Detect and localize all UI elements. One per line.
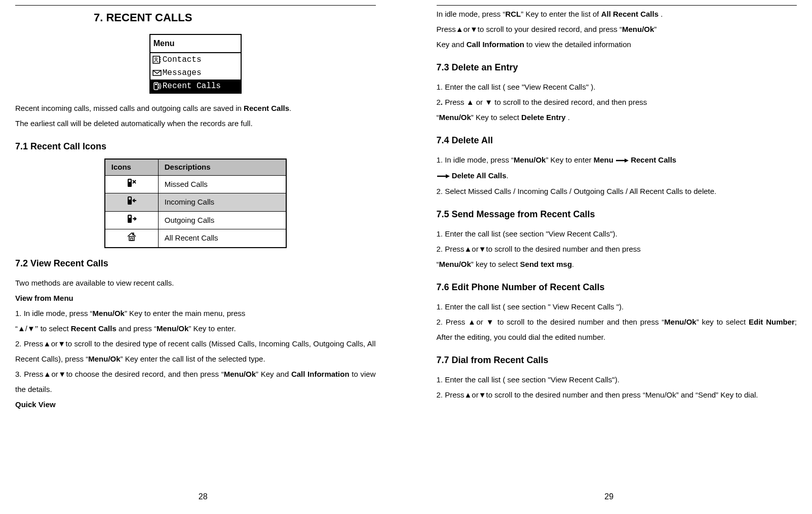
- text: 2. Press ▲or ▼ to scroll to the desired …: [437, 318, 665, 326]
- desc-missed: Missed Calls: [158, 175, 286, 193]
- bold: Recent Calls: [71, 324, 117, 333]
- s74-p3: 2. Select Missed Calls / Incoming Calls …: [437, 184, 797, 199]
- page-right: In idle mode, press “RCL” Key to enter t…: [406, 0, 813, 514]
- svg-point-4: [155, 58, 157, 60]
- table-row: Outgoing Calls: [105, 211, 286, 229]
- s75-p3: “Menu/Ok” key to select Send text msg.: [437, 257, 797, 272]
- s75-p1: 1. Enter the call list (see section "Vie…: [437, 226, 797, 242]
- s72-intro: Two methods are available to view recent…: [15, 275, 376, 291]
- intro-paragraph-2: The earliest call will be deleted automa…: [15, 116, 376, 131]
- bold: Menu/Ok: [664, 318, 696, 326]
- phone-incoming-icon: [105, 193, 159, 212]
- svg-marker-20: [446, 174, 450, 178]
- s73-p3: “Menu/Ok” Key to select Delete Entry .: [437, 110, 797, 125]
- lcd-title: Menu: [150, 35, 241, 53]
- text: “▲/▼: [15, 324, 35, 333]
- text: 3. Press▲or▼to choose the desired record…: [15, 370, 224, 378]
- text: to select: [38, 324, 71, 333]
- page-left: 7. RECENT CALLS Menu Contacts Messages: [0, 0, 406, 514]
- s77-p2: 2. Press▲or▼to scroll to the desired num…: [437, 387, 797, 403]
- bold-recent-calls: Recent Calls: [244, 104, 289, 112]
- desc-outgoing: Outgoing Calls: [158, 211, 286, 229]
- table-row: All Recent Calls: [105, 229, 286, 248]
- bold: All Recent Calls: [601, 10, 659, 18]
- svg-rect-9: [129, 180, 131, 182]
- bold: Menu/Ok: [157, 324, 188, 333]
- heading-7-3: 7.3 Delete an Entry: [437, 58, 797, 76]
- text: ” Key enter the call list of the selecte…: [121, 354, 265, 363]
- bold: RCL: [505, 10, 521, 18]
- arrow-right-icon: [437, 169, 450, 184]
- text: ”: [35, 325, 38, 333]
- desc-allrecent: All Recent Calls: [158, 229, 286, 248]
- s76-p1: 1. Enter the call list ( see section " V…: [437, 299, 797, 314]
- top-rule: [15, 5, 376, 6]
- s77-p1: 1. Enter the call list ( see section "Vi…: [437, 372, 797, 387]
- text: and press “: [117, 324, 157, 333]
- bold: Menu/Ok: [439, 260, 471, 268]
- text: .: [507, 171, 509, 180]
- bold: Menu/Ok: [514, 155, 546, 164]
- text: ” Key to enter.: [188, 324, 236, 333]
- bold: Menu/Ok: [88, 354, 120, 363]
- bold: Menu/Ok: [224, 370, 256, 378]
- text: Press▲or▼to scroll to your desired recor…: [437, 25, 623, 33]
- text: ” Key to enter: [546, 155, 593, 164]
- svg-rect-11: [129, 197, 131, 200]
- bold: Recent Calls: [631, 155, 676, 164]
- text: ” Key to enter the main menu, press: [125, 309, 245, 318]
- svg-rect-1: [160, 57, 161, 58]
- lcd-menu-illustration: Menu Contacts Messages Recent Calls: [149, 34, 242, 94]
- bold: Call Information: [291, 370, 350, 378]
- heading-7-2: 7.2 View Recent Calls: [15, 254, 376, 272]
- heading-7-1: 7.1 Recent Call Icons: [15, 137, 376, 155]
- lcd-label-recent: Recent Calls: [163, 78, 240, 94]
- lcd-row-recent-calls: Recent Calls: [150, 80, 241, 93]
- s74-p1: 1. In idle mode, press “Menu/Ok” Key to …: [437, 152, 797, 168]
- phone-missed-icon: [105, 175, 159, 193]
- s75-p2: 2. Press▲or▼to scroll to the desired num…: [437, 242, 797, 257]
- s73-p2: 2. Press ▲ or ▼ to scroll to the desired…: [437, 95, 797, 110]
- messages-icon: [151, 68, 163, 77]
- text: Recent incoming calls, missed calls and …: [15, 104, 244, 112]
- bold: Menu: [594, 155, 613, 164]
- table-row: Incoming Calls: [105, 193, 286, 212]
- text: In idle mode, press “: [437, 10, 506, 18]
- text: .: [289, 104, 291, 112]
- bold: Delete All Calls: [452, 171, 507, 180]
- svg-rect-14: [129, 236, 134, 241]
- bold: Menu/Ok: [439, 113, 471, 122]
- text: .: [659, 10, 663, 18]
- s72-step1b: “▲/▼” to select Recent Calls and press “…: [15, 321, 376, 336]
- recent-icon: [151, 82, 163, 91]
- icons-table: Icons Descriptions Missed Calls Incoming…: [104, 159, 287, 248]
- s73-p1: 1. Enter the call list ( see "View Recen…: [437, 80, 797, 95]
- s74-p2: Delete All Calls.: [437, 168, 797, 184]
- bold: Menu/Ok: [622, 25, 654, 33]
- text: to view the detailed information: [524, 40, 631, 49]
- svg-marker-18: [625, 159, 629, 163]
- qv-line2: Press▲or▼to scroll to your desired recor…: [437, 22, 797, 37]
- text: ” Key to select: [471, 113, 521, 122]
- th-icons: Icons: [105, 159, 159, 175]
- qv-line1: In idle mode, press “RCL” Key to enter t…: [437, 7, 797, 22]
- svg-rect-3: [160, 61, 161, 62]
- svg-rect-13: [129, 216, 131, 218]
- chapter-title: 7. RECENT CALLS: [15, 7, 376, 29]
- th-descriptions: Descriptions: [158, 159, 286, 175]
- text: .: [566, 113, 570, 122]
- phone-outgoing-icon: [105, 211, 159, 229]
- page-number-right: 29: [406, 489, 813, 505]
- bold: Edit Number: [749, 318, 795, 326]
- home-icon: [105, 229, 159, 248]
- page-number-left: 28: [0, 489, 406, 505]
- s72-step2: 2. Press▲or▼to scroll to the desired typ…: [15, 336, 376, 367]
- bold: Menu/Ok: [93, 309, 125, 318]
- arrow-right-icon: [615, 153, 629, 168]
- bold: Quick View: [15, 400, 56, 409]
- text: 1. In idle mode, press “: [437, 155, 514, 164]
- s72-step1: 1. In idle mode, press “Menu/Ok” Key to …: [15, 306, 376, 321]
- text: Key and: [437, 40, 467, 49]
- svg-rect-7: [155, 84, 157, 85]
- bold: Send text msg: [520, 260, 572, 268]
